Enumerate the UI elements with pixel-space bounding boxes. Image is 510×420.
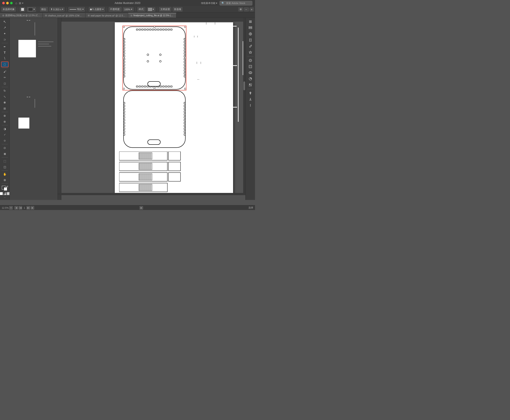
pathfinder-panel-btn[interactable] [247, 70, 254, 75]
gradient-btn[interactable] [3, 192, 6, 195]
next-page-btn[interactable]: ▶ [31, 206, 34, 210]
svg-point-230 [250, 106, 251, 107]
solid-color-btn[interactable] [0, 192, 3, 195]
left-content-panel [10, 18, 58, 200]
pen-tool[interactable]: ✒ [1, 44, 8, 50]
svg-rect-226 [250, 93, 251, 94]
style-selector[interactable]: ▾ [147, 7, 155, 12]
rotate-tool[interactable]: ↻ [1, 88, 8, 93]
toolbar-separator-3 [66, 8, 67, 11]
direct-selection-tool[interactable]: ↗ [1, 25, 8, 30]
canvas-content[interactable] [61, 22, 243, 193]
arrange-icon[interactable]: ⊞ [238, 7, 243, 11]
zoom-dropdown-btn[interactable]: ▾ [9, 206, 13, 210]
transform-panel-btn[interactable] [247, 64, 254, 69]
tab-2-close[interactable]: × [45, 15, 47, 17]
grid-dropdown-icon[interactable]: ▾ [22, 2, 23, 5]
rectangle-tool[interactable]: □ [1, 61, 8, 67]
opacity-value[interactable]: 100% ▾ [123, 7, 134, 11]
page-last-btn[interactable]: ▶| [27, 206, 30, 210]
svg-rect-161 [168, 172, 181, 181]
type-tool[interactable]: T [1, 50, 8, 55]
align-panel-btn[interactable] [247, 90, 254, 96]
blend-tool[interactable]: ⊙ [1, 138, 8, 143]
eyedropper-tool[interactable]: ✓ [1, 132, 8, 137]
preferences-button[interactable]: 首选项 [173, 7, 183, 12]
gradient-tool[interactable]: ◑ [1, 126, 8, 132]
stroke-selector[interactable]: ▾ [27, 7, 36, 12]
export-panel-btn[interactable] [247, 96, 254, 102]
line-segment-tool[interactable]: \ [1, 56, 8, 61]
more-options-icon[interactable]: ≡ [250, 8, 254, 11]
lasso-tool[interactable]: ⊃ [1, 37, 8, 42]
play-btn[interactable]: ▶ [140, 206, 143, 210]
tab-4-active[interactable]: × finalproject_cutting_file.ai @ 12.5% (… [128, 13, 176, 18]
live-paint-tool[interactable]: ⊗ [1, 119, 8, 124]
layers-panel-btn[interactable] [247, 25, 254, 31]
assets-panel-btn[interactable] [247, 31, 254, 37]
more-tools-button[interactable]: ··· [4, 196, 6, 199]
tab-3[interactable]: × wall paper for phone.ai* @ 12.5% (R... [85, 13, 128, 18]
left-toolbar: ↖ ↗ ✦ ⊃ ✒ T \ □ 🖌 ✏ ◻ ↻ ⤡ ❃ ⊞ ⊕ ⊗ ◑ ✓ ⊙ … [0, 18, 10, 200]
shape-builder-tool[interactable]: ⊕ [1, 113, 8, 119]
properties-panel-btn[interactable] [247, 19, 254, 24]
swap-icon[interactable]: ⇄ [6, 185, 8, 188]
prev-page-btn[interactable]: ◀ [15, 206, 18, 210]
column-graph-tool[interactable]: ▦ [1, 151, 8, 157]
right-tick-7 [197, 79, 199, 80]
close-window-button[interactable] [2, 2, 5, 4]
paintbrush-tool[interactable]: 🖌 [1, 69, 8, 75]
hand-tool[interactable]: ✋ [1, 171, 8, 177]
tab-3-close[interactable]: × [88, 15, 90, 17]
scale-tool[interactable]: ⤡ [1, 94, 8, 99]
slice-tool[interactable]: ◫ [1, 164, 8, 170]
grid-icon[interactable]: ⊞ [19, 1, 21, 5]
zoom-tool[interactable]: ⊕ [1, 177, 8, 183]
maximize-window-button[interactable] [10, 2, 13, 4]
appearance-panel-btn[interactable] [247, 58, 254, 63]
libraries-panel-btn[interactable] [247, 37, 254, 43]
classic-functions-menu[interactable]: 传统基本功能 ▾ [201, 1, 217, 5]
right-panel-sep-2 [247, 89, 253, 89]
free-transform-tool[interactable]: ⊞ [1, 105, 8, 111]
artboard-tool[interactable]: ⬚ [1, 158, 8, 164]
line-style-selector[interactable]: 等比 ▾ [68, 7, 85, 12]
document-settings-button[interactable]: 文档设置 [159, 7, 171, 12]
more-panel-btn[interactable] [247, 103, 254, 108]
tab-2[interactable]: × chaihuo_icon.ai* @ 100% (CMYK/G... [43, 13, 85, 18]
page-first-btn[interactable]: |◀ [19, 206, 22, 210]
scrollbar-thumb-v[interactable] [244, 82, 245, 90]
swatches-panel-btn[interactable] [247, 82, 254, 88]
horizontal-scrollbar[interactable] [58, 193, 243, 195]
stroke-label: 描边: [40, 7, 48, 12]
svg-rect-58 [184, 26, 186, 28]
symbol-sprayer-tool[interactable]: ⊙ [1, 145, 8, 151]
stroke-color-box [28, 8, 33, 11]
selection-tool[interactable]: ↖ [1, 19, 8, 24]
zoom-value[interactable]: 12.5% [2, 207, 8, 209]
tab-4-close[interactable]: × [130, 15, 133, 17]
fill-stroke-indicator[interactable]: ⇄ [1, 185, 8, 191]
tab-1[interactable]: × 摇摆椅big [转换].ai @ 12.5% (CMYK/... [0, 13, 43, 18]
eraser-tool[interactable]: ◻ [1, 81, 8, 86]
pcb-strips-svg [119, 151, 194, 193]
expand-panel-icon[interactable]: ↔ [244, 8, 249, 11]
home-icon[interactable]: ⌂ [15, 1, 17, 5]
pencil-tool[interactable]: ✏ [1, 75, 8, 80]
tab-1-close[interactable]: × [2, 15, 4, 17]
adobe-stock-search[interactable]: 🔍 搜索 Adobe Stock [220, 1, 252, 6]
stroke-weight-input[interactable]: ⬆ 0.353 n ▾ [49, 7, 65, 11]
traffic-lights [0, 2, 13, 4]
none-btn[interactable] [7, 192, 10, 195]
vertical-scrollbar[interactable] [243, 18, 245, 195]
warp-tool[interactable]: ❃ [1, 100, 8, 105]
brush-selector[interactable]: 5 点圆形 ▾ [89, 7, 105, 12]
symbols-panel-btn[interactable] [247, 50, 254, 55]
minimize-window-button[interactable] [6, 2, 9, 4]
brushes-panel-btn[interactable] [247, 43, 254, 49]
toolbar-separator-6 [135, 8, 136, 11]
fill-color-picker[interactable] [20, 7, 25, 12]
color-panel-btn[interactable] [247, 76, 254, 82]
magic-wand-tool[interactable]: ✦ [1, 31, 8, 36]
canvas-area[interactable] [58, 18, 245, 200]
